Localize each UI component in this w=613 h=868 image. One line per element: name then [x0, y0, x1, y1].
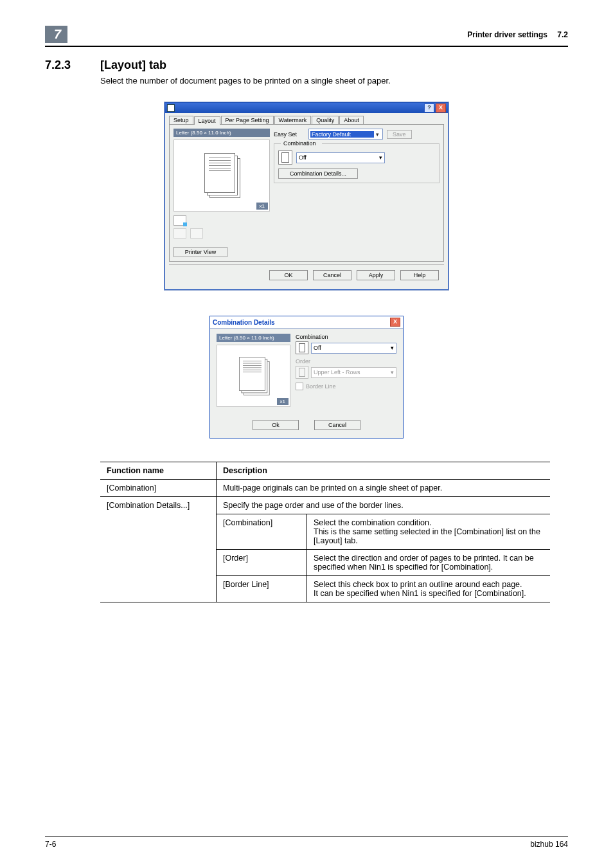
- close-icon[interactable]: X: [436, 104, 446, 113]
- function-table: Function name Description [Combination] …: [100, 462, 550, 602]
- easyset-label: Easy Set: [274, 131, 305, 138]
- cancel-button[interactable]: Cancel: [314, 420, 360, 430]
- paper-view-icon[interactable]: [173, 215, 186, 226]
- order-select: Upper Left - Rows ▾: [311, 367, 396, 378]
- tab-layout[interactable]: Layout: [194, 116, 220, 125]
- tab-quality[interactable]: Quality: [312, 116, 339, 124]
- print-prefs-dialog: ? X Setup Layout Per Page Setting Waterm…: [164, 102, 449, 290]
- combination-select[interactable]: Off ▾: [311, 343, 396, 354]
- combination-label: Combination: [296, 334, 396, 340]
- border-line-checkbox: [296, 383, 303, 390]
- col-description: Description: [217, 462, 551, 480]
- table-row: [Combination] Multi-page originals can b…: [100, 480, 550, 497]
- chevron-down-icon: ▾: [374, 131, 381, 138]
- combination-icon: [296, 341, 308, 354]
- chevron-down-icon: ▾: [379, 154, 382, 161]
- table-row: [Combination Details...] Specify the pag…: [100, 497, 550, 514]
- chevron-down-icon: ▾: [391, 369, 394, 375]
- order-label: Order: [296, 358, 396, 365]
- tab-about[interactable]: About: [339, 116, 364, 124]
- tab-perpage[interactable]: Per Page Setting: [221, 116, 274, 124]
- combination-select[interactable]: Off ▾: [296, 152, 385, 163]
- combination-details-button[interactable]: Combination Details...: [278, 168, 358, 179]
- rotate-icon: [173, 228, 186, 239]
- page-number: 7-6: [45, 840, 56, 849]
- easyset-select[interactable]: Factory Default ▾: [308, 129, 383, 140]
- border-line-label: Border Line: [306, 383, 336, 390]
- order-icon: [296, 366, 308, 379]
- chapter-badge: 7: [45, 26, 67, 43]
- zoom-badge: x1: [256, 203, 268, 210]
- combination-details-dialog: Combination Details X Letter (8.50 × 11.…: [209, 316, 404, 439]
- col-function: Function name: [100, 462, 217, 480]
- tab-watermark[interactable]: Watermark: [274, 116, 312, 124]
- paper-preview: x1: [173, 140, 270, 212]
- dialog-title: Combination Details: [213, 319, 275, 326]
- help-button[interactable]: Help: [400, 270, 439, 280]
- section-number: 7.2.3: [45, 59, 85, 72]
- detail-view-icon: [190, 228, 203, 239]
- apply-button[interactable]: Apply: [357, 270, 395, 280]
- ok-button[interactable]: Ok: [253, 420, 299, 430]
- app-icon: [167, 104, 175, 112]
- paper-preview: x1: [217, 345, 290, 407]
- combination-group-label: Combination: [281, 140, 322, 147]
- product-name: bizhub 164: [530, 840, 568, 849]
- save-button: Save: [387, 130, 412, 139]
- help-icon[interactable]: ?: [424, 104, 434, 113]
- section-intro: Select the number of document pages to b…: [100, 76, 568, 86]
- ok-button[interactable]: OK: [269, 270, 308, 280]
- cancel-button[interactable]: Cancel: [313, 270, 351, 280]
- header-title: Printer driver settings 7.2: [467, 30, 568, 39]
- zoom-badge: x1: [277, 398, 289, 405]
- paper-label: Letter (8.50 × 11.0 Inch): [173, 129, 270, 137]
- paper-label: Letter (8.50 × 11.0 Inch): [217, 334, 290, 342]
- close-icon[interactable]: X: [390, 318, 400, 327]
- printer-view-button[interactable]: Printer View: [173, 247, 227, 257]
- combination-icon: [278, 150, 292, 165]
- tab-setup[interactable]: Setup: [169, 116, 193, 124]
- section-title: [Layout] tab: [100, 59, 166, 72]
- chevron-down-icon: ▾: [391, 345, 394, 351]
